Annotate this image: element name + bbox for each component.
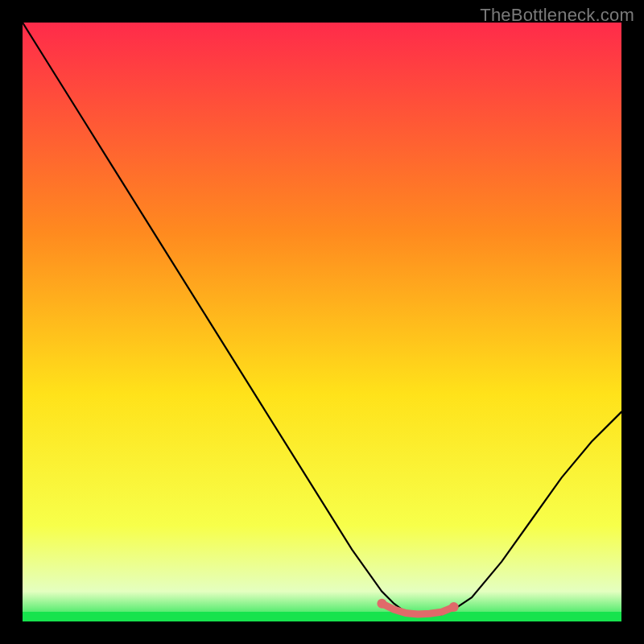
green-band <box>23 612 621 621</box>
optimal-range-start-dot <box>377 599 386 609</box>
optimal-range-end-dot <box>449 602 459 612</box>
chart-frame: TheBottleneck.com <box>0 0 644 644</box>
gradient-background <box>23 23 621 621</box>
plot-area <box>23 23 621 621</box>
chart-svg <box>23 23 621 621</box>
